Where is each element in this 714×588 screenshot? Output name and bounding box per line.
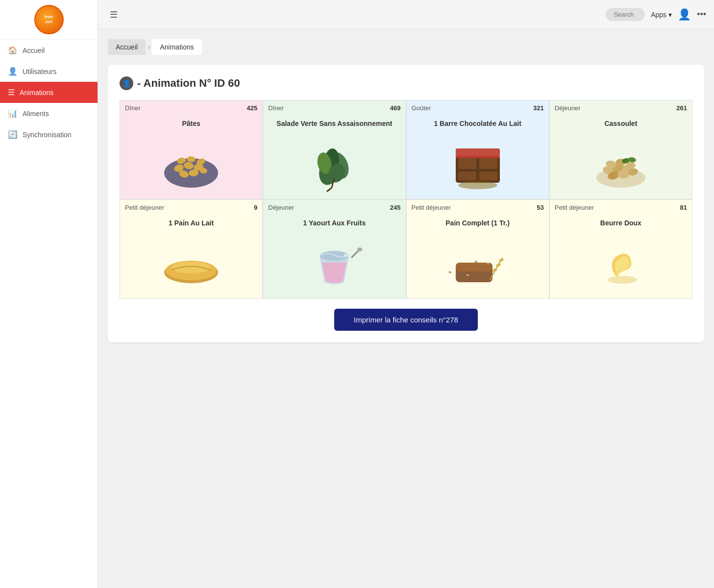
svg-line-16: [327, 188, 332, 192]
food-card-body-beurre: Beurre Doux: [550, 215, 692, 298]
sidebar-item-synchronisation[interactable]: 🔄 Synchronisation: [0, 124, 98, 145]
food-card-header-pain: Petit déjeuner 9: [120, 200, 262, 215]
svg-rect-20: [458, 172, 476, 180]
sidebar-item-accueil[interactable]: 🏠 Accueil: [0, 40, 98, 61]
meal-type-yaourt: Déjeuner: [268, 204, 294, 211]
more-button[interactable]: •••: [697, 9, 706, 20]
animations-icon: ☰: [8, 88, 15, 97]
animation-title-icon: 👤: [120, 76, 133, 90]
food-card-header-cassoulet: Déjeuner 261: [550, 100, 692, 116]
food-card-header-salade: Dîner 469: [263, 100, 405, 116]
food-image-beurre: [587, 231, 655, 294]
count-salade: 469: [390, 104, 401, 112]
more-icon: •••: [697, 9, 706, 19]
user-icon: 👤: [8, 67, 18, 76]
food-card-body-chocolat: 1 Barre Chocolatée Au Lait: [407, 116, 549, 199]
food-card-beurre: Petit déjeuner 81 Beurre Doux: [549, 199, 692, 299]
svg-point-38: [172, 262, 211, 273]
food-name-yaourt: 1 Yaourt Aux Fruits: [303, 219, 366, 227]
count-yaourt: 245: [390, 204, 401, 211]
food-card-cassoulet: Déjeuner 261 Cassoulet: [549, 100, 692, 199]
sidebar-item-aliments[interactable]: 📊 Aliments: [0, 103, 98, 124]
food-image-yaourt: [300, 231, 369, 294]
svg-rect-18: [458, 158, 476, 169]
food-card-header-paincomplete: Petit déjeuner 53: [407, 200, 549, 215]
apps-label: Apps: [651, 11, 666, 19]
svg-point-53: [608, 276, 637, 284]
apps-button[interactable]: Apps ▾: [651, 11, 672, 19]
food-card-body-paincomplete: Pain Complet (1 Tr.): [407, 215, 549, 298]
food-card-header-chocolat: Goûter 321: [407, 100, 549, 116]
food-image-paincomplete: [443, 231, 512, 294]
meal-type-salade: Dîner: [268, 104, 284, 112]
svg-point-42: [357, 247, 362, 251]
food-card-salade: Dîner 469 Salade Verte Sans Assaisonneme…: [263, 100, 406, 199]
food-name-salade: Salade Verte Sans Assaisonnement: [276, 120, 392, 127]
print-button[interactable]: Imprimer la fiche conseils n°278: [334, 309, 478, 331]
sidebar: Petitself 🏠 Accueil 👤 Utilisateurs ☰ Ani…: [0, 0, 98, 588]
sidebar-item-utilisateurs[interactable]: 👤 Utilisateurs: [0, 61, 98, 82]
content-area: Accueil › Animations 👤 - Animation N° ID…: [98, 29, 714, 588]
sidebar-item-label: Accueil: [23, 47, 45, 54]
food-image-cassoulet: [587, 131, 655, 195]
food-name-cassoulet: Cassoulet: [604, 120, 637, 127]
breadcrumb-separator: ›: [148, 43, 150, 51]
sidebar-item-label: Utilisateurs: [23, 68, 56, 75]
chevron-down-icon: ▾: [668, 11, 672, 19]
svg-point-23: [458, 181, 497, 189]
food-card-body-pates: Pâtes: [120, 116, 262, 199]
svg-rect-19: [479, 158, 497, 169]
food-card-pain: Petit déjeuner 9 1 Pain Au Lait: [120, 199, 263, 299]
sidebar-item-animations[interactable]: ☰ Animations: [0, 82, 98, 103]
food-card-body-pain: 1 Pain Au Lait: [120, 215, 262, 298]
food-image-salade: [300, 131, 369, 195]
svg-rect-22: [456, 148, 500, 158]
food-card-pates: Dîner 425 Pâtes: [120, 100, 263, 199]
count-pain: 9: [254, 204, 257, 211]
count-paincomplete: 53: [537, 204, 543, 211]
svg-point-52: [498, 258, 504, 263]
sidebar-nav: 🏠 Accueil 👤 Utilisateurs ☰ Animations 📊 …: [0, 40, 98, 145]
person-icon: 👤: [123, 79, 131, 87]
food-image-pain: [157, 231, 225, 294]
food-name-pates: Pâtes: [182, 120, 200, 127]
food-name-paincomplete: Pain Complet (1 Tr.): [445, 219, 510, 227]
aliments-icon: 📊: [8, 109, 18, 118]
meal-type-beurre: Petit déjeuner: [555, 204, 594, 211]
breadcrumb-current: Animations: [152, 39, 201, 55]
food-image-pates: [157, 131, 225, 195]
food-card-paincomplete: Petit déjeuner 53 Pain Complet (1 Tr.): [406, 199, 549, 299]
avatar-button[interactable]: 👤: [678, 8, 691, 21]
animation-title-text: - Animation N° ID 60: [137, 77, 240, 90]
food-name-beurre: Beurre Doux: [600, 219, 641, 227]
food-card-header-beurre: Petit déjeuner 81: [550, 200, 692, 215]
food-card-yaourt: Déjeuner 245 1 Yaourt Aux Fruits: [263, 199, 406, 299]
food-card-body-cassoulet: Cassoulet: [550, 116, 692, 199]
food-card-header-pates: Dîner 425: [120, 100, 262, 116]
count-cassoulet: 261: [676, 104, 687, 112]
sidebar-item-label: Animations: [20, 89, 53, 97]
hamburger-icon: ☰: [110, 10, 118, 20]
food-name-pain: 1 Pain Au Lait: [169, 219, 214, 227]
home-icon: 🏠: [8, 46, 18, 55]
main-container: ☰ Apps ▾ 👤 ••• Accueil › Animations: [98, 0, 714, 588]
sidebar-item-label: Aliments: [23, 110, 49, 118]
meal-type-pain: Petit déjeuner: [125, 204, 164, 211]
logo-area: Petitself: [0, 0, 98, 40]
search-input[interactable]: [606, 8, 645, 21]
svg-rect-21: [479, 172, 497, 180]
app-logo: Petitself: [34, 5, 64, 34]
header-left: ☰: [106, 7, 122, 22]
meal-type-pates: Dîner: [125, 104, 141, 112]
header: ☰ Apps ▾ 👤 •••: [98, 0, 714, 29]
food-image-chocolat: [443, 131, 512, 195]
count-beurre: 81: [680, 204, 687, 211]
svg-point-51: [495, 263, 501, 268]
meal-type-cassoulet: Déjeuner: [555, 104, 581, 112]
avatar-icon: 👤: [678, 8, 691, 21]
header-right: Apps ▾ 👤 •••: [606, 8, 706, 21]
breadcrumb-home[interactable]: Accueil: [108, 39, 146, 55]
hamburger-button[interactable]: ☰: [106, 7, 122, 22]
food-name-chocolat: 1 Barre Chocolatée Au Lait: [434, 120, 521, 127]
meal-type-paincomplete: Petit déjeuner: [412, 204, 451, 211]
